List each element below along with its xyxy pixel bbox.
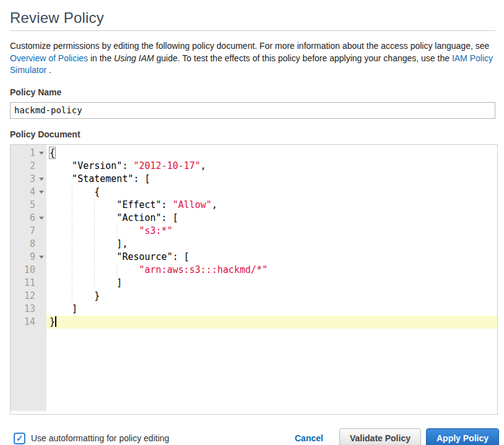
validate-policy-button[interactable]: Validate Policy [339, 428, 421, 445]
editor-gutter: 1234567891011121314 [11, 145, 46, 411]
code-line[interactable]: ] [46, 303, 497, 316]
autoformat-label: Use autoformatting for policy editing [31, 433, 169, 443]
code-line[interactable]: "Version": "2012-10-17", [46, 160, 497, 173]
gutter-line-number: 6 [11, 212, 46, 225]
code-token: "Effect": [50, 199, 173, 210]
code-line[interactable]: "Resource": [ [46, 251, 497, 264]
gutter-line-number: 10 [11, 264, 46, 277]
gutter-line-number: 14 [11, 316, 46, 329]
code-line[interactable]: "arn:aws:s3:::hackmd/*" [46, 264, 497, 277]
policy-name-label: Policy Name [10, 87, 497, 97]
code-token: , [212, 199, 217, 210]
description-segment: guide. To test the effects of this polic… [154, 53, 452, 63]
gutter-line-number: 8 [11, 238, 46, 251]
cancel-link[interactable]: Cancel [295, 433, 323, 443]
autoformat-checkbox[interactable]: ✓ [14, 433, 25, 444]
code-token: "Resource": [ [50, 251, 189, 262]
footer-bar: ✓ Use autoformatting for policy editing … [10, 428, 499, 445]
code-token: "Action": [ [50, 212, 178, 223]
code-token: "Version": [50, 160, 133, 171]
text-cursor [55, 316, 56, 327]
code-line[interactable]: ] [46, 277, 497, 290]
description-segment: Customize permissions by editing the fol… [10, 41, 489, 51]
fold-toggle-icon[interactable] [39, 217, 44, 220]
code-token: } [50, 316, 55, 327]
fold-toggle-icon[interactable] [39, 152, 44, 155]
apply-policy-button[interactable]: Apply Policy [426, 428, 499, 445]
code-line[interactable]: { [46, 186, 497, 199]
string-token: "s3:*" [139, 225, 173, 236]
gutter-line-number: 13 [11, 303, 46, 316]
policy-document-label: Policy Document [10, 129, 497, 139]
gutter-line-number: 3 [11, 173, 46, 186]
code-token [50, 225, 139, 236]
gutter-line-number: 2 [11, 160, 46, 173]
code-line[interactable]: } [46, 316, 497, 329]
code-line[interactable]: { [46, 147, 497, 160]
fold-toggle-icon[interactable] [39, 256, 44, 259]
code-token: ] [50, 277, 122, 288]
autoformat-option: ✓ Use autoformatting for policy editing [10, 433, 295, 444]
guide-name: Using IAM [114, 53, 154, 63]
checkmark-icon: ✓ [16, 433, 24, 443]
gutter-line-number: 1 [11, 147, 46, 160]
code-token: { [50, 186, 100, 197]
code-token: } [50, 290, 100, 301]
fold-toggle-icon[interactable] [39, 191, 44, 194]
description-link[interactable]: Overview of Policies [10, 53, 88, 63]
editor-code-area[interactable]: { "Version": "2012-10-17", "Statement": … [46, 145, 497, 414]
page-title: Review Policy [10, 9, 497, 27]
gutter-line-number: 12 [11, 290, 46, 303]
code-token: "Statement": [ [50, 173, 150, 184]
title-divider [10, 30, 495, 31]
code-line[interactable]: ], [46, 238, 497, 251]
string-token: "2012-10-17" [133, 160, 200, 171]
code-token: ] [50, 303, 77, 314]
code-token: , [201, 160, 206, 171]
code-token: ], [50, 238, 128, 249]
gutter-line-number: 7 [11, 225, 46, 238]
string-token: "Allow" [173, 199, 212, 210]
fold-toggle-icon[interactable] [39, 178, 44, 181]
code-line[interactable]: "s3:*" [46, 225, 497, 238]
code-token [50, 264, 139, 275]
code-line[interactable]: "Effect": "Allow", [46, 199, 497, 212]
description-text: Customize permissions by editing the fol… [10, 40, 495, 77]
description-segment: . [46, 65, 51, 75]
description-segment: in the [88, 53, 114, 63]
gutter-line-number: 4 [11, 186, 46, 199]
code-line[interactable]: "Action": [ [46, 212, 497, 225]
gutter-line-number: 11 [11, 277, 46, 290]
gutter-line-number: 9 [11, 251, 46, 264]
string-token: "arn:aws:s3:::hackmd/*" [139, 264, 268, 275]
code-line[interactable]: "Statement": [ [46, 173, 497, 186]
gutter-line-number: 5 [11, 199, 46, 212]
policy-name-input[interactable] [10, 102, 495, 119]
code-line[interactable]: } [46, 290, 497, 303]
matched-brace: { [49, 147, 56, 159]
policy-document-editor[interactable]: 1234567891011121314 { "Version": "2012-1… [10, 144, 498, 415]
